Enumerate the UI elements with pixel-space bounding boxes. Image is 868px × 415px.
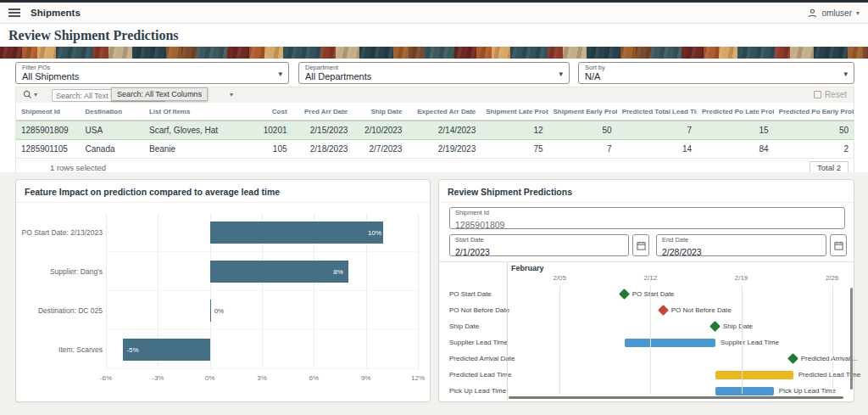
table-body: 1285901809USAScarf, Gloves, Hat102012/15…: [16, 121, 854, 159]
table-cell: 10201: [244, 121, 292, 139]
gantt-bar: [715, 371, 793, 379]
end-date-field[interactable]: End Date: [656, 234, 826, 256]
bar-value-label: 0%: [214, 307, 225, 315]
feature-impact-title: Feature Impact on prediction compared to…: [16, 180, 430, 203]
bar-value-label: 8%: [333, 268, 343, 276]
table-cell: 1285901809: [16, 121, 80, 139]
filter-select-sort-by[interactable]: Sort byN/A▾: [578, 62, 854, 84]
end-date-input[interactable]: [662, 247, 821, 257]
bar-value-label: 10%: [368, 229, 381, 237]
gantt-row: Predicted Arrival ...: [508, 351, 845, 367]
search-menu-button[interactable]: ▾: [23, 90, 37, 99]
page-header: Review Shipment Predictions: [0, 24, 868, 47]
gantt-tick-label: 2/26: [826, 274, 839, 282]
gantt-gridline: [742, 286, 743, 394]
gantt-milestone: [787, 353, 798, 364]
table-cell: 50: [774, 121, 854, 139]
gantt-row-label: Pick Up Lead Time: [449, 387, 506, 395]
shipment-id-field[interactable]: Shipment Id: [449, 207, 845, 229]
filter-select-filter-pos[interactable]: Filter POsAll Shipments▾: [15, 62, 289, 84]
bar-category-label: Destination: DC 025: [21, 306, 103, 315]
x-tick-label: 0%: [205, 374, 215, 382]
gantt-horizontal-scrollbar[interactable]: [509, 396, 843, 399]
search-tooltip: Search: All Text Columns: [111, 87, 208, 101]
table-row[interactable]: 1285901809USAScarf, Gloves, Hat102012/15…: [16, 121, 854, 140]
gantt-vertical-scrollbar[interactable]: [850, 288, 853, 390]
bar: [210, 300, 211, 322]
chevron-down-icon: ▾: [34, 91, 37, 98]
x-tick-label: 9%: [361, 374, 371, 382]
table-cell: Scarf, Gloves, Hat: [144, 121, 244, 139]
table-cell: 2/10/2023: [353, 121, 407, 139]
bar-row: -5%: [106, 330, 418, 369]
bar-row: 0%: [106, 291, 418, 330]
predictions-title: Review Shipment Predictions: [439, 180, 854, 203]
filter-label: Sort by: [585, 64, 838, 71]
gantt-tick-label: 2/05: [553, 274, 566, 282]
chevron-down-icon: ▾: [278, 70, 282, 78]
column-header[interactable]: Predicted Total Lead Time: [617, 103, 697, 121]
table-row[interactable]: 1285901105CanadaBeanie1052/18/20232/7/20…: [16, 140, 854, 159]
gantt-gridline: [832, 286, 833, 394]
app-title: Shipments: [31, 8, 81, 18]
gantt-annotation: PO Not Before Date: [671, 306, 732, 314]
column-header[interactable]: Ship Date: [353, 103, 407, 121]
gantt-row-label: Ship Date: [449, 322, 479, 330]
gantt-row: PO Start Date: [508, 286, 845, 302]
filter-label: Filter POs: [22, 64, 273, 71]
gantt-tick-label: 2/19: [735, 274, 748, 282]
chevron-down-icon: ▾: [230, 91, 233, 98]
bar: [210, 222, 383, 244]
app-bar: Shipments omluser ▾: [0, 3, 868, 24]
table-cell: 1285901105: [16, 140, 80, 158]
column-header[interactable]: Shipment Late Prob: [481, 103, 548, 121]
column-header[interactable]: Pred Arr Date: [292, 103, 353, 121]
start-date-field[interactable]: Start Date: [449, 234, 629, 256]
table-cell: 7: [617, 121, 697, 139]
feature-impact-chart: 10%8%0%-5%-6%-3%0%3%6%9%12%PO Start Date…: [16, 203, 430, 401]
column-header[interactable]: Shipment Early Prob: [548, 103, 617, 121]
user-menu[interactable]: omluser ▾: [808, 8, 860, 18]
table-cell: 7: [548, 140, 617, 158]
start-date-calendar-icon[interactable]: [632, 234, 649, 256]
bar-plot-area: 10%8%0%-5%: [106, 213, 418, 369]
predictions-card: Review Shipment Predictions Shipment Id …: [438, 179, 854, 402]
table-cell: 105: [244, 140, 292, 158]
column-header[interactable]: Expected Arr Date: [407, 103, 481, 121]
start-date-input[interactable]: [455, 247, 623, 257]
column-header[interactable]: Predicted Po Early Prob: [774, 103, 854, 121]
gantt-milestone: [710, 321, 721, 332]
bar-value-label: -5%: [126, 346, 138, 354]
gantt-gridline: [650, 286, 651, 394]
column-header[interactable]: List Of Items: [144, 103, 244, 121]
table-toolbar: ▾ Search: All Text Columns ▾ Reset: [15, 87, 854, 104]
shipment-id-input[interactable]: [455, 220, 839, 230]
shipment-id-label: Shipment Id: [455, 210, 839, 216]
end-date-calendar-icon[interactable]: [830, 234, 847, 256]
gantt-row: Predicted Lead Time: [508, 367, 845, 383]
table-cell: 2/19/2023: [407, 140, 481, 158]
table-cell: Beanie: [144, 140, 244, 158]
column-header[interactable]: Destination: [80, 103, 143, 121]
gantt-row: Ship Date: [508, 318, 845, 334]
gantt-plot-area: February PO Start DatePO Not Before Date…: [507, 262, 845, 401]
table-cell: 15: [697, 121, 774, 139]
table-cell: 2/15/2023: [292, 121, 353, 139]
gantt-annotation: Pick Up Lead Time: [779, 387, 836, 395]
gantt-gridline: [559, 286, 560, 394]
column-header[interactable]: Cost: [244, 103, 292, 121]
gantt-tick-label: 2/12: [644, 274, 658, 282]
column-header[interactable]: Predicted Po Late Prob: [697, 103, 774, 121]
column-header[interactable]: Shipment Id: [16, 103, 80, 121]
x-tick-label: -3%: [152, 374, 164, 382]
gantt-row-label: Predicted Arrival Date: [449, 355, 515, 362]
gantt-annotation: Supplier Lead Time: [721, 339, 779, 346]
table-cell: USA: [80, 121, 143, 139]
gantt-row: Supplier Lead Time: [508, 334, 845, 351]
filter-value: All Departments: [305, 71, 554, 82]
reset-button[interactable]: Reset: [814, 90, 847, 99]
hamburger-menu-icon[interactable]: [8, 8, 20, 17]
filter-select-department[interactable]: DepartmentAll Departments▾: [298, 62, 570, 84]
table-header-row: Shipment IdDestinationList Of ItemsCostP…: [16, 103, 854, 121]
table-cell: 12: [481, 121, 548, 139]
